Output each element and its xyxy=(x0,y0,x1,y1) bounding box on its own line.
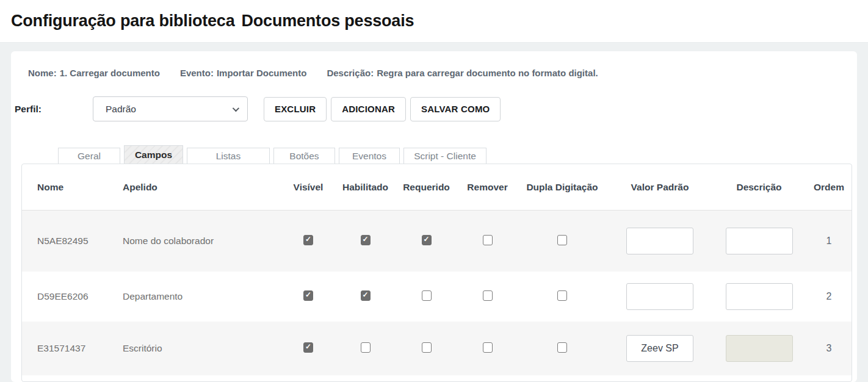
table-row: E31571437 Escritório 3 xyxy=(22,322,852,375)
requerido-checkbox[interactable] xyxy=(422,290,432,301)
fields-table-body: N5AE82495 Nome do colaborador 1 D59EE620… xyxy=(22,211,852,375)
ordem-value: 2 xyxy=(826,291,832,301)
field-id: E31571437 xyxy=(37,343,85,353)
tab-eventos[interactable]: Eventos xyxy=(339,148,400,164)
rule-event: Evento: Importar Documento xyxy=(180,68,307,78)
salvar-como-button[interactable]: SALVAR COMO xyxy=(410,97,501,121)
profile-row: Perfil: Padrão EXCLUIRADICIONARSALVAR CO… xyxy=(15,96,857,121)
field-id: N5AE82495 xyxy=(37,236,89,246)
profile-select[interactable]: Padrão xyxy=(93,96,248,121)
tab-bar: GeralCamposListasBotõesEventosScript - C… xyxy=(58,145,857,164)
rule-event-label: Evento: xyxy=(180,68,214,78)
tab-script-cliente[interactable]: Script - Cliente xyxy=(403,148,486,164)
column-header-dupla-digita-o: Dupla Digitação xyxy=(526,182,598,193)
rule-event-value: Importar Documento xyxy=(217,68,307,78)
excluir-button[interactable]: EXCLUIR xyxy=(264,97,327,121)
column-header-vis-vel: Visível xyxy=(294,182,324,193)
column-header-ordem: Ordem xyxy=(814,182,844,193)
profile-select-value: Padrão xyxy=(106,104,136,115)
rule-description-label: Descrição: xyxy=(327,68,374,78)
remover-checkbox[interactable] xyxy=(483,235,493,245)
table-row: N5AE82495 Nome do colaborador 1 xyxy=(22,211,852,272)
rule-name-value: 1. Carregar documento xyxy=(60,68,160,78)
rule-meta: Nome: 1. Carregar documento Evento: Impo… xyxy=(28,68,857,78)
visivel-checkbox[interactable] xyxy=(303,235,313,245)
remover-checkbox[interactable] xyxy=(483,342,493,353)
column-header-descri-o: Descrição xyxy=(736,182,781,193)
adicionar-button[interactable]: ADICIONAR xyxy=(331,97,406,121)
rule-description-value: Regra para carregar documento no formato… xyxy=(377,68,598,78)
column-header-requerido: Requerido xyxy=(403,182,450,193)
column-header-remover: Remover xyxy=(467,182,507,193)
rule-description: Descrição: Regra para carregar documento… xyxy=(327,68,598,78)
library-name: Documentos pessoais xyxy=(241,12,414,30)
descricao-input[interactable] xyxy=(726,283,793,310)
tab-listas[interactable]: Listas xyxy=(187,148,270,164)
field-id: D59EE6206 xyxy=(37,291,89,301)
tab-campos[interactable]: Campos xyxy=(124,145,183,164)
habilitado-checkbox[interactable] xyxy=(361,290,371,301)
column-header-nome: Nome xyxy=(22,182,123,193)
column-header-habilitado: Habilitado xyxy=(342,182,388,193)
fields-table-header: NomeApelidoVisívelHabilitadoRequeridoRem… xyxy=(22,164,852,211)
rule-name-label: Nome: xyxy=(28,68,57,78)
page-title: Configuração para bibliotecaDocumentos p… xyxy=(11,12,414,31)
page-title-prefix: Configuração para biblioteca xyxy=(11,12,234,30)
ordem-value: 3 xyxy=(826,343,832,353)
ordem-value: 1 xyxy=(826,236,832,246)
tab-bot-es[interactable]: Botões xyxy=(273,148,335,164)
chevron-down-icon xyxy=(233,104,239,111)
column-header-valor-padr-o: Valor Padrão xyxy=(631,182,689,193)
tab-geral[interactable]: Geral xyxy=(58,148,120,164)
profile-label: Perfil: xyxy=(15,104,42,115)
habilitado-checkbox[interactable] xyxy=(361,342,371,353)
dupla-digitacao-checkbox[interactable] xyxy=(557,342,567,353)
valor-padrao-input[interactable] xyxy=(626,228,693,254)
field-alias: Departamento xyxy=(123,291,183,301)
valor-padrao-input[interactable] xyxy=(626,335,693,362)
profile-actions: EXCLUIRADICIONARSALVAR COMO xyxy=(264,97,501,121)
column-header-apelido: Apelido xyxy=(123,182,280,193)
config-panel: Nome: 1. Carregar documento Evento: Impo… xyxy=(11,51,857,382)
rule-name: Nome: 1. Carregar documento xyxy=(28,68,160,78)
visivel-checkbox[interactable] xyxy=(303,290,313,301)
requerido-checkbox[interactable] xyxy=(422,235,432,245)
visivel-checkbox[interactable] xyxy=(303,342,313,353)
field-alias: Nome do colaborador xyxy=(123,236,214,246)
dupla-digitacao-checkbox[interactable] xyxy=(557,290,567,301)
field-alias: Escritório xyxy=(123,343,162,353)
habilitado-checkbox[interactable] xyxy=(361,235,371,245)
fields-table: NomeApelidoVisívelHabilitadoRequeridoRem… xyxy=(21,164,852,382)
page-header: Configuração para bibliotecaDocumentos p… xyxy=(0,0,868,43)
remover-checkbox[interactable] xyxy=(483,290,493,301)
descricao-input[interactable] xyxy=(726,228,793,254)
descricao-input xyxy=(726,335,793,362)
dupla-digitacao-checkbox[interactable] xyxy=(557,235,567,245)
requerido-checkbox[interactable] xyxy=(422,342,432,353)
valor-padrao-input[interactable] xyxy=(626,283,693,310)
table-row: D59EE6206 Departamento 2 xyxy=(22,272,852,322)
